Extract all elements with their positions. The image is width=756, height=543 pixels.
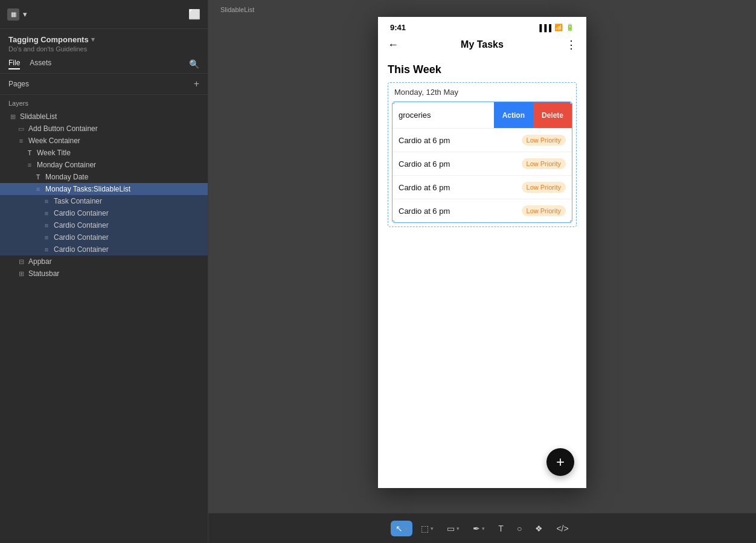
frame-chevron: ▾ [431, 525, 434, 532]
app-title: My Tasks [461, 39, 504, 50]
layer-item-monday-date[interactable]: T Monday Date [0, 171, 208, 183]
layer-item-week-title[interactable]: T Week Title [0, 147, 208, 159]
signal-icon: ▐▐▐ [537, 24, 551, 31]
layer-item-task-container[interactable]: ≡ Task Container [0, 195, 208, 207]
resize-handle-br [570, 220, 572, 223]
layer-item-cardio-1[interactable]: ≡ Cardio Container [0, 207, 208, 219]
layer-name: Appbar [28, 257, 52, 266]
pen-icon: ✒ [473, 524, 480, 533]
panel-title: Tagging Components ▾ [8, 35, 199, 44]
search-icon[interactable]: 🔍 [189, 59, 199, 69]
task-name-cardio-4: Cardio at 6 pm [399, 207, 450, 216]
priority-badge-2: Low Priority [522, 158, 566, 169]
task-name-groceries: groceries [399, 111, 431, 120]
main-canvas: SlidableList 9:41 ▐▐▐ 📶 🔋 ← My Tasks ⋮ T… [208, 0, 756, 513]
tab-assets[interactable]: Assets [30, 59, 51, 69]
pen-chevron: ▾ [482, 525, 485, 532]
layer-name: Week Title [37, 149, 71, 157]
bottom-toolbar: ↖ ▾ ⬚ ▾ ▭ ▾ ✒ ▾ T ○ ❖ </> [208, 513, 756, 543]
pages-add-btn[interactable]: + [194, 79, 199, 89]
tool-ellipse[interactable]: ○ [512, 521, 527, 536]
shape-chevron: ▾ [456, 525, 460, 532]
status-icons: ▐▐▐ 📶 🔋 [537, 24, 574, 31]
code-icon: </> [556, 524, 568, 533]
task-row-cardio-2: Cardio at 6 pm Low Priority [392, 152, 572, 175]
layer-icon-frame: ≡ [25, 161, 34, 169]
select-chevron: ▾ [405, 525, 408, 532]
layer-icon-frame: ≡ [34, 185, 42, 193]
fab-btn[interactable]: + [546, 448, 574, 476]
task-name-cardio-1: Cardio at 6 pm [399, 136, 450, 145]
layer-item-slidable-list[interactable]: ⊞ SlidableList [0, 111, 208, 123]
layer-item-cardio-4[interactable]: ≡ Cardio Container [0, 243, 208, 255]
layer-icon-component: ⊟ [17, 258, 25, 266]
layer-name: Cardio Container [54, 221, 109, 230]
layer-icon-frame: ≡ [42, 222, 51, 229]
component-icon: ❖ [535, 524, 543, 533]
tool-select[interactable]: ↖ ▾ [391, 521, 412, 536]
tab-file[interactable]: File [8, 59, 20, 69]
left-panel: ▦ ▾ ⬜ Tagging Components ▾ Do's and don'… [0, 0, 208, 543]
delete-btn[interactable]: Delete [533, 102, 572, 128]
action-btn[interactable]: Action [494, 102, 533, 128]
ellipse-icon: ○ [517, 524, 522, 533]
tool-shape[interactable]: ▭ ▾ [442, 521, 464, 536]
phone-frame: 9:41 ▐▐▐ 📶 🔋 ← My Tasks ⋮ This Week Mond… [378, 17, 586, 488]
layer-item-cardio-2[interactable]: ≡ Cardio Container [0, 219, 208, 231]
week-title: This Week [388, 63, 577, 76]
task-row-cardio-3: Cardio at 6 pm Low Priority [392, 175, 572, 199]
layer-item-week-container[interactable]: ≡ Week Container [0, 135, 208, 147]
wifi-icon: 📶 [554, 24, 563, 31]
task-row-cardio-1: Cardio at 6 pm Low Priority [392, 128, 572, 152]
panel-title-row: Tagging Components ▾ Do's and don'ts Gui… [0, 29, 208, 55]
task-row-cardio-4: Cardio at 6 pm Low Priority [392, 199, 572, 222]
resize-handle-tl [392, 101, 394, 104]
layers-header: Layers [0, 97, 208, 111]
monday-date: Monday, 12th May [388, 83, 576, 100]
monday-section: Monday, 12th May groceries Ac [388, 82, 577, 227]
layer-icon-text: T [34, 173, 42, 181]
task-row-groceries: groceries [392, 102, 494, 128]
layer-item-statusbar[interactable]: ⊞ Statusbar [0, 268, 208, 280]
logo-icon: ▦ [7, 8, 19, 21]
layer-icon-frame: ≡ [42, 234, 51, 241]
layer-icon-frame: ≡ [17, 137, 25, 144]
layers-section: Layers ⊞ SlidableList ▭ Add Button Conta… [0, 95, 208, 543]
panel-toggle-btn[interactable]: ⬜ [188, 8, 200, 20]
resize-handle-tr [570, 101, 572, 104]
layer-item-add-button-container[interactable]: ▭ Add Button Container [0, 123, 208, 135]
layer-item-appbar[interactable]: ⊟ Appbar [0, 255, 208, 268]
priority-badge-3: Low Priority [522, 182, 566, 193]
layer-name: Monday Tasks:SlidableList [45, 185, 130, 193]
layer-item-cardio-3[interactable]: ≡ Cardio Container [0, 231, 208, 243]
layer-name: Monday Container [37, 161, 96, 169]
layer-item-monday-container[interactable]: ≡ Monday Container [0, 159, 208, 171]
phone-content: This Week Monday, 12th May grocerie [378, 56, 586, 239]
tool-code[interactable]: </> [551, 521, 573, 536]
layer-name: SlidableList [20, 112, 57, 121]
layer-name: Cardio Container [54, 245, 109, 254]
tool-component[interactable]: ❖ [530, 521, 548, 536]
panel-logo[interactable]: ▦ ▾ [7, 8, 27, 21]
tool-frame[interactable]: ⬚ ▾ [416, 521, 438, 536]
layer-name: Week Container [28, 137, 80, 145]
shape-icon: ▭ [447, 524, 455, 533]
layer-name: Task Container [54, 197, 102, 205]
layer-item-monday-tasks[interactable]: ≡ Monday Tasks:SlidableList [0, 183, 208, 195]
battery-icon: 🔋 [566, 24, 574, 31]
layer-name: Cardio Container [54, 233, 109, 242]
panel-header: ▦ ▾ ⬜ [0, 0, 208, 29]
select-icon: ↖ [396, 524, 403, 533]
panel-logo-chevron: ▾ [23, 10, 27, 19]
file-assets-tabs: File Assets 🔍 [0, 55, 208, 74]
tool-pen[interactable]: ✒ ▾ [468, 521, 490, 536]
layer-name: Monday Date [45, 173, 88, 181]
back-btn[interactable]: ← [388, 39, 399, 51]
file-tabs-left: File Assets [8, 59, 51, 69]
layer-icon-frame: ≡ [42, 210, 51, 217]
tool-text[interactable]: T [493, 521, 508, 536]
layer-icon-rect: ▭ [17, 125, 25, 133]
status-bar: 9:41 ▐▐▐ 📶 🔋 [378, 17, 586, 34]
menu-btn[interactable]: ⋮ [566, 38, 577, 51]
slidable-list-wrapper: groceries Action Delete Cardio at 6 pm L… [392, 101, 572, 223]
